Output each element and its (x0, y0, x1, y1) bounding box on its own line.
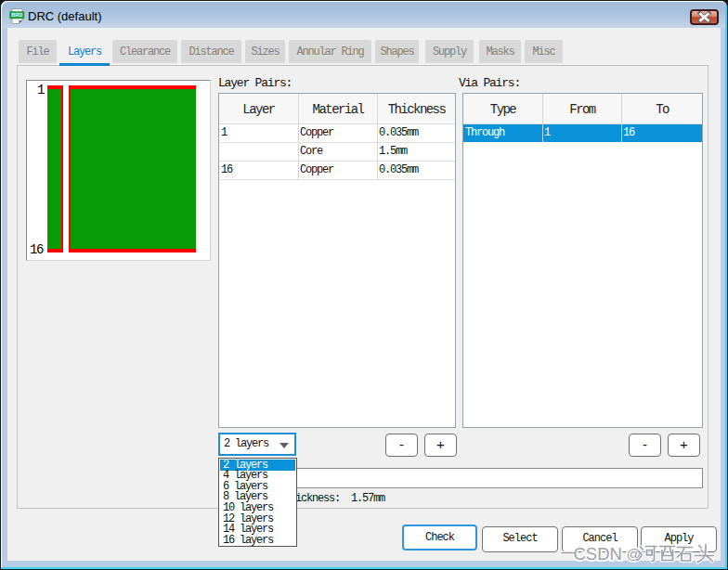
svg-text:CSDN: CSDN (574, 544, 622, 564)
svg-text:@: @ (627, 546, 642, 562)
svg-text:BRD: BRD (11, 12, 22, 18)
